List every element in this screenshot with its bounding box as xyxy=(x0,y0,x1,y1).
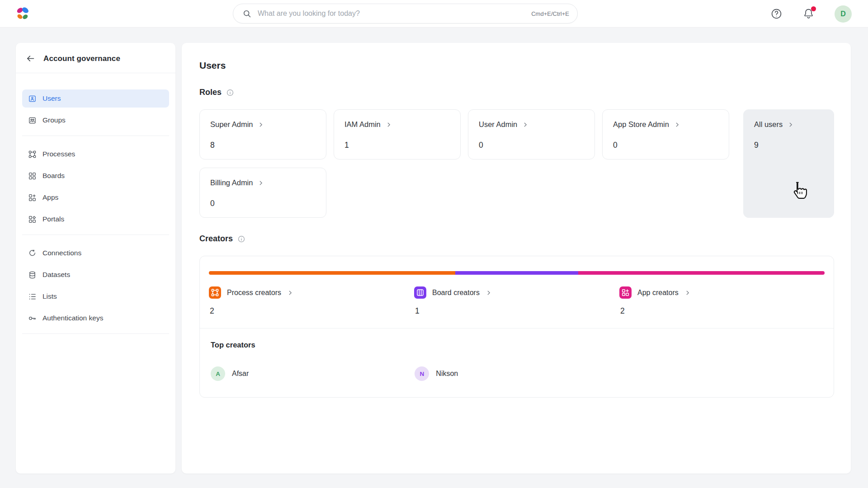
role-card-header: Super Admin xyxy=(210,120,316,129)
top-creator-afsar: AAfsar xyxy=(211,366,415,381)
stat-link-app-creators[interactable]: App creators xyxy=(619,286,825,299)
role-card-all-users[interactable]: All users9 xyxy=(743,109,834,218)
sidebar-item-label: Users xyxy=(42,94,61,103)
board-bar-segment xyxy=(455,271,578,275)
top-creators-heading: Top creators xyxy=(211,341,823,349)
role-card-header: All users xyxy=(754,120,823,129)
stat-count: 2 xyxy=(619,306,825,316)
role-label: Super Admin xyxy=(210,120,253,129)
sidebar-item-groups[interactable]: Groups xyxy=(22,111,169,129)
role-card-app-store-admin[interactable]: App Store Admin0 xyxy=(602,109,729,160)
sidebar-item-datasets[interactable]: Datasets xyxy=(22,266,169,284)
users-icon xyxy=(28,94,37,103)
sidebar-item-label: Connections xyxy=(42,249,81,257)
top-creators-section: Top creators AAfsarNNikson xyxy=(200,328,834,397)
sidebar-header: Account governance xyxy=(16,43,175,73)
chevron-right-icon xyxy=(522,122,528,128)
process-creators-icon xyxy=(209,286,221,299)
chevron-right-icon xyxy=(788,122,794,128)
app-logo-icon[interactable] xyxy=(16,7,29,20)
sidebar-title: Account governance xyxy=(43,54,120,63)
creator-distribution-bar-wrap xyxy=(200,256,834,275)
sidebar-item-label: Boards xyxy=(42,172,65,180)
stat-count: 1 xyxy=(414,306,619,316)
sidebar-item-label: Portals xyxy=(42,215,64,223)
account-governance-sidebar: Account governance UsersGroupsProcessesB… xyxy=(16,43,175,474)
sidebar-item-connections[interactable]: Connections xyxy=(22,244,169,262)
back-arrow-icon[interactable] xyxy=(26,54,35,63)
role-count: 8 xyxy=(210,141,316,150)
stat-label: Process creators xyxy=(227,289,281,297)
chevron-right-icon xyxy=(674,122,680,128)
sidebar-group-divider xyxy=(22,136,169,136)
creator-name: Afsar xyxy=(232,370,249,378)
role-cards-grid: Super Admin8IAM Admin1User Admin0App Sto… xyxy=(199,109,834,218)
sidebar-group-divider xyxy=(22,235,169,235)
app-creators-icon xyxy=(619,286,632,299)
role-count: 0 xyxy=(210,199,316,208)
roles-section-header: Roles xyxy=(199,88,834,97)
role-count: 0 xyxy=(613,141,718,150)
creators-card: Process creators2Board creators1App crea… xyxy=(199,256,834,398)
sidebar-item-label: Datasets xyxy=(42,271,70,279)
sidebar-item-lists[interactable]: Lists xyxy=(22,287,169,305)
process-bar-segment xyxy=(209,271,455,275)
notification-unread-dot xyxy=(811,6,816,11)
role-card-super-admin[interactable]: Super Admin8 xyxy=(199,109,326,160)
role-card-billing-admin[interactable]: Billing Admin0 xyxy=(199,168,326,218)
role-card-header: App Store Admin xyxy=(613,120,718,129)
apps-icon xyxy=(28,193,37,202)
content-area: Account governance UsersGroupsProcessesB… xyxy=(16,43,851,474)
global-search: Cmd+E/Ctrl+E xyxy=(233,4,578,23)
creator-distribution-bar xyxy=(209,271,825,275)
search-icon xyxy=(242,9,252,19)
app-bar-segment xyxy=(578,271,825,275)
role-label: App Store Admin xyxy=(613,120,669,129)
stat-app-creators: App creators2 xyxy=(619,286,825,316)
sidebar-item-users[interactable]: Users xyxy=(22,89,169,108)
connections-icon xyxy=(28,249,37,258)
sidebar-item-apps[interactable]: Apps xyxy=(22,188,169,206)
sidebar-nav: UsersGroupsProcessesBoardsAppsPortalsCon… xyxy=(16,73,175,334)
topbar-actions: D xyxy=(770,0,852,28)
search-input[interactable] xyxy=(258,9,531,18)
role-card-user-admin[interactable]: User Admin0 xyxy=(468,109,595,160)
stat-link-process-creators[interactable]: Process creators xyxy=(209,286,414,299)
stat-label: Board creators xyxy=(432,289,480,297)
sidebar-group-divider xyxy=(22,333,169,334)
stat-count: 2 xyxy=(209,306,414,316)
portals-icon xyxy=(28,215,37,224)
sidebar-item-label: Processes xyxy=(42,150,75,158)
creators-info-icon[interactable] xyxy=(237,235,245,243)
role-card-header: IAM Admin xyxy=(344,120,450,129)
chevron-right-icon xyxy=(258,180,264,186)
user-avatar[interactable]: D xyxy=(835,5,852,23)
processes-icon xyxy=(28,150,37,159)
role-label: User Admin xyxy=(479,120,517,129)
role-card-header: User Admin xyxy=(479,120,584,129)
creator-avatar: N xyxy=(415,366,429,381)
sidebar-item-label: Lists xyxy=(42,292,57,300)
stat-link-board-creators[interactable]: Board creators xyxy=(414,286,619,299)
creator-stats-row: Process creators2Board creators1App crea… xyxy=(200,275,834,328)
page-title: Users xyxy=(199,60,834,71)
sidebar-item-portals[interactable]: Portals xyxy=(22,210,169,228)
notifications-bell-icon[interactable] xyxy=(802,8,815,20)
chevron-right-icon xyxy=(386,122,392,128)
sidebar-item-boards[interactable]: Boards xyxy=(22,167,169,185)
role-label: All users xyxy=(754,120,783,129)
sidebar-item-authentication-keys[interactable]: Authentication keys xyxy=(22,309,169,327)
role-count: 1 xyxy=(344,141,450,150)
lists-icon xyxy=(28,292,37,301)
datasets-icon xyxy=(28,271,37,279)
roles-info-icon[interactable] xyxy=(226,89,234,97)
role-label: Billing Admin xyxy=(210,178,253,187)
key-icon xyxy=(28,314,37,323)
creator-avatar: A xyxy=(211,366,225,381)
creator-name: Nikson xyxy=(436,370,458,378)
role-card-iam-admin[interactable]: IAM Admin1 xyxy=(334,109,461,160)
users-panel: Users Roles Super Admin8IAM Admin1User A… xyxy=(182,43,851,474)
role-label: IAM Admin xyxy=(344,120,381,129)
sidebar-item-processes[interactable]: Processes xyxy=(22,145,169,163)
help-icon[interactable] xyxy=(770,8,783,20)
